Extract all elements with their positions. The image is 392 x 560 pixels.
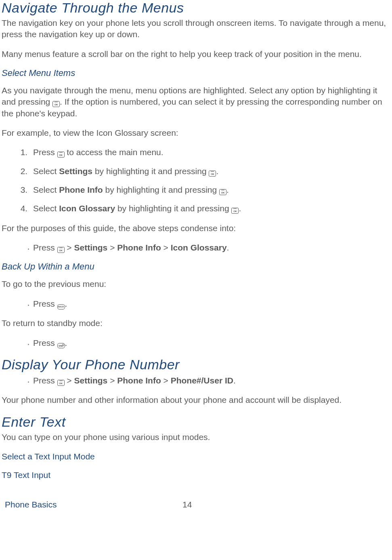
text: Press <box>33 338 57 347</box>
heading-enter-text: Enter Text <box>2 414 392 430</box>
paragraph: For the purposes of this guide, the abov… <box>2 223 392 234</box>
ok-key-icon: OK <box>52 101 60 107</box>
heading-display-phone-number: Display Your Phone Number <box>2 357 392 373</box>
link-select-text-input-mode[interactable]: Select a Text Input Mode <box>2 451 392 462</box>
bold-text: Phone Info <box>59 185 103 194</box>
ok-key-icon: OK <box>219 189 226 195</box>
text: by highlighting it and pressing <box>103 185 219 194</box>
bold-text: Phone Info <box>117 243 161 252</box>
paragraph: To go to the previous menu: <box>2 278 392 290</box>
ok-key-icon: OK <box>231 208 239 214</box>
list-item: Select Settings by highlighting it and p… <box>30 166 392 177</box>
bold-text: Settings <box>74 376 107 385</box>
paragraph: For example, to view the Icon Glossary s… <box>2 127 392 139</box>
text: > <box>161 243 171 252</box>
back-key-icon: BACK <box>57 304 65 309</box>
list-item: Press OK > Settings > Phone Info > Icon … <box>33 242 392 253</box>
list-item: Select Icon Glossary by highlighting it … <box>30 203 392 214</box>
subheading-back-up-menu: Back Up Within a Menu <box>2 261 392 272</box>
text: > <box>65 243 74 252</box>
paragraph: To return to standby mode: <box>2 318 392 329</box>
bold-text: Icon Glossary <box>171 243 227 252</box>
text: Press <box>33 243 57 252</box>
text: to access the main menu. <box>65 147 164 157</box>
ok-key-icon: OK <box>57 152 65 158</box>
list-item: Press OK > Settings > Phone Info > Phone… <box>33 375 392 386</box>
footer-page-number: 14 <box>182 500 192 509</box>
bold-text: Phone Info <box>117 376 161 385</box>
text: by highlighting it and pressing <box>92 166 209 176</box>
list-item: Select Phone Info by highlighting it and… <box>30 184 392 196</box>
text: Press <box>33 299 57 308</box>
link-t9-text-input[interactable]: T9 Text Input <box>2 469 392 481</box>
text: > <box>65 376 74 385</box>
paragraph: As you navigate through the menu, menu o… <box>2 85 392 119</box>
text: Select <box>33 204 59 213</box>
text: > <box>161 376 171 385</box>
text: Select <box>33 166 59 176</box>
text: . If the option is numbered, you can sel… <box>2 97 382 118</box>
bold-text: Settings <box>74 243 107 252</box>
heading-navigate-menus: Navigate Through the Menus <box>2 0 392 16</box>
text: Select <box>33 185 59 194</box>
footer-section-name: Phone Basics <box>5 500 182 509</box>
paragraph: Your phone number and other information … <box>2 394 392 406</box>
text: Press <box>33 376 57 385</box>
bold-text: Icon Glossary <box>59 204 115 213</box>
text: > <box>107 243 117 252</box>
end-key-icon: END <box>57 343 65 348</box>
list-item: Press END. <box>33 337 392 349</box>
bold-text: Phone#/User ID <box>171 376 233 385</box>
paragraph: Many menus feature a scroll bar on the r… <box>2 48 392 60</box>
text: by highlighting it and pressing <box>115 204 231 213</box>
list-item: Press BACK. <box>33 298 392 309</box>
ok-key-icon: OK <box>209 171 216 177</box>
text: > <box>107 376 117 385</box>
list-item: Press OK to access the main menu. <box>30 147 392 158</box>
bold-text: Settings <box>59 166 92 176</box>
subheading-select-menu-items: Select Menu Items <box>2 68 392 78</box>
paragraph: You can type on your phone using various… <box>2 432 392 443</box>
paragraph: The navigation key on your phone lets yo… <box>2 17 392 40</box>
text: Press <box>33 147 57 157</box>
ok-key-icon: OK <box>57 380 65 386</box>
ok-key-icon: OK <box>57 247 65 253</box>
